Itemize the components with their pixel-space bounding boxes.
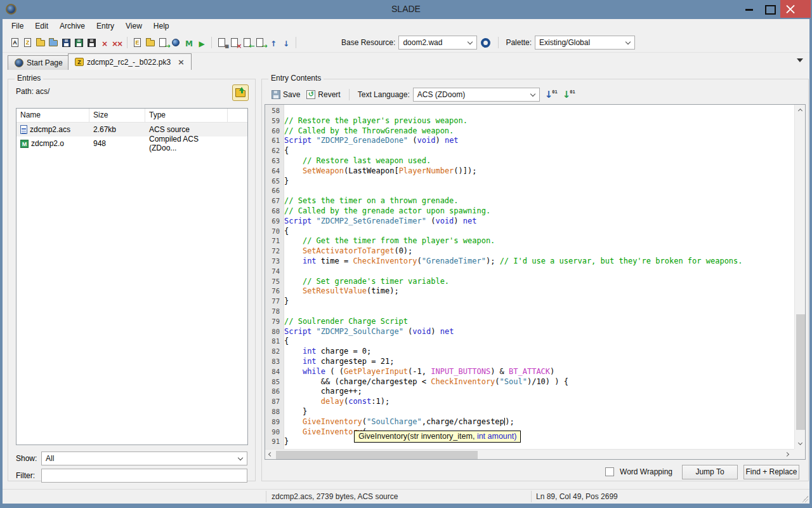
code-text[interactable]: Script "ZDCMP2_SoulCharge" (void) net bbox=[284, 327, 454, 337]
menu-item-view[interactable]: View bbox=[120, 20, 148, 32]
code-line[interactable]: 61Script "ZDCMP2_GrenadeDone" (void) net bbox=[265, 136, 794, 146]
menu-item-edit[interactable]: Edit bbox=[29, 20, 54, 32]
line-number[interactable]: 69 bbox=[265, 217, 284, 227]
code-text[interactable]: SetWeapon(LastWeapon[PlayerNumber()]); bbox=[284, 166, 476, 177]
line-number[interactable]: 84 bbox=[265, 367, 284, 377]
code-line[interactable]: 59// Restore the player's previous weapo… bbox=[265, 116, 794, 126]
code-line[interactable]: 75 // Set grenade's timer variable. bbox=[265, 277, 794, 287]
code-text[interactable]: } bbox=[284, 177, 289, 187]
minimize-button[interactable] bbox=[740, 0, 759, 18]
line-number[interactable]: 75 bbox=[265, 277, 284, 287]
folder-up-button[interactable] bbox=[232, 84, 249, 101]
line-number[interactable]: 78 bbox=[265, 307, 284, 317]
line-number[interactable]: 65 bbox=[265, 177, 284, 187]
line-number[interactable]: 81 bbox=[265, 337, 284, 347]
code-line[interactable]: 81{ bbox=[265, 337, 794, 347]
code-line[interactable]: 63 // Restore last weapon used. bbox=[265, 156, 794, 166]
horizontal-scroll-thumb[interactable] bbox=[276, 451, 478, 459]
code-text[interactable]: } bbox=[284, 297, 289, 307]
line-number[interactable]: 83 bbox=[265, 357, 284, 367]
show-select[interactable]: All bbox=[41, 451, 247, 465]
open-directory-icon[interactable] bbox=[48, 37, 59, 48]
code-text[interactable]: // Sets the timer on a thrown grenade. bbox=[284, 196, 459, 206]
code-text[interactable]: SetActivatorToTarget(0); bbox=[284, 246, 412, 257]
close-button[interactable] bbox=[780, 0, 811, 18]
code-text[interactable]: // Called by the ThrowGrenade weapon. bbox=[284, 126, 454, 137]
rename-entry-icon[interactable]: ▪ bbox=[217, 37, 228, 48]
line-number[interactable]: 67 bbox=[265, 196, 284, 206]
code-text[interactable]: // Get the timer from the player's weapo… bbox=[284, 236, 495, 246]
code-text[interactable]: // Set grenade's timer variable. bbox=[284, 277, 449, 287]
line-number[interactable]: 70 bbox=[265, 227, 284, 237]
code-text[interactable]: // Called by the grenade actor upon spaw… bbox=[284, 206, 490, 217]
find-replace-button[interactable]: Find + Replace bbox=[743, 465, 799, 479]
line-number[interactable]: 90 bbox=[265, 427, 284, 438]
code-text[interactable]: } bbox=[284, 407, 307, 417]
scroll-down-button[interactable] bbox=[795, 439, 806, 450]
code-line[interactable]: 70{ bbox=[265, 227, 794, 237]
close-all-archives-icon[interactable]: ×× bbox=[112, 37, 122, 48]
scroll-up-button[interactable] bbox=[795, 105, 806, 116]
save-button[interactable]: Save bbox=[268, 89, 303, 100]
column-header-type[interactable]: Type bbox=[145, 109, 228, 122]
column-header-size[interactable]: Size bbox=[89, 109, 145, 122]
new-archive-icon[interactable]: A bbox=[10, 37, 21, 48]
new-directory-icon[interactable] bbox=[145, 37, 156, 48]
code-line[interactable]: 76 SetResultValue(time); bbox=[265, 286, 794, 297]
code-line[interactable]: 77} bbox=[265, 297, 794, 307]
code-line[interactable]: 88 } bbox=[265, 407, 794, 417]
jump-to-button[interactable]: Jump To bbox=[682, 465, 738, 479]
line-number[interactable]: 85 bbox=[265, 377, 284, 387]
code-line[interactable]: 65} bbox=[265, 177, 794, 187]
move-down-icon[interactable]: ↓ bbox=[280, 37, 291, 48]
code-text[interactable]: charge++; bbox=[284, 387, 362, 397]
line-number[interactable]: 63 bbox=[265, 156, 284, 166]
code-line[interactable]: 64 SetWeapon(LastWeapon[PlayerNumber()])… bbox=[265, 166, 794, 177]
code-text[interactable]: { bbox=[284, 227, 289, 237]
delete-entry-icon[interactable]: × bbox=[230, 37, 240, 48]
code-text[interactable]: // Soulrender Charge Script bbox=[284, 317, 408, 327]
code-text[interactable]: int chargestep = 21; bbox=[284, 357, 394, 367]
code-text[interactable]: int charge = 0; bbox=[284, 347, 371, 357]
code-text[interactable]: // Restore the player's previous weapon. bbox=[284, 116, 468, 126]
vertical-scroll-thumb[interactable] bbox=[796, 314, 805, 430]
code-line[interactable]: 69Script "ZDCMP2_SetGrenadeTimer" (void)… bbox=[265, 217, 794, 227]
code-line[interactable]: 83 int chargestep = 21; bbox=[265, 357, 794, 367]
line-number[interactable]: 66 bbox=[265, 186, 284, 196]
code-text[interactable]: delay(const:1); bbox=[284, 397, 390, 407]
code-line[interactable]: 86 charge++; bbox=[265, 387, 794, 397]
line-number[interactable]: 86 bbox=[265, 387, 284, 397]
line-number[interactable]: 79 bbox=[265, 317, 284, 327]
map-editor-icon[interactable]: M bbox=[183, 37, 194, 48]
scroll-right-button[interactable] bbox=[783, 450, 794, 460]
line-number[interactable]: 88 bbox=[265, 407, 284, 417]
code-text[interactable]: Script "ZDCMP2_SetGrenadeTimer" (void) n… bbox=[284, 217, 476, 227]
entry-row-zdcmp2-o[interactable]: M zdcmp2.o 948 Compiled ACS (ZDoo... bbox=[16, 137, 247, 150]
line-number[interactable]: 74 bbox=[265, 267, 284, 277]
save-all-icon[interactable] bbox=[86, 37, 97, 48]
horizontal-scrollbar[interactable] bbox=[265, 449, 794, 459]
code-line[interactable]: 60// Called by the ThrowGrenade weapon. bbox=[265, 126, 794, 137]
code-line[interactable]: 62{ bbox=[265, 146, 794, 156]
code-text[interactable]: && (charge/chargestep < CheckInventory("… bbox=[284, 377, 568, 387]
numbered-list-blue-button[interactable]: ↓ 01 bbox=[545, 89, 558, 100]
line-number[interactable]: 73 bbox=[265, 257, 284, 267]
code-line[interactable]: 84 while ( (GetPlayerInput(-1, INPUT_BUT… bbox=[265, 367, 794, 377]
save-archive-as-icon[interactable] bbox=[74, 37, 84, 48]
code-text[interactable]: int time = CheckInventory("GrenadeTimer"… bbox=[284, 257, 743, 267]
code-line[interactable]: 66 bbox=[265, 186, 794, 196]
code-line[interactable]: 80Script "ZDCMP2_SoulCharge" (void) net bbox=[265, 327, 794, 337]
line-number[interactable]: 61 bbox=[265, 136, 284, 146]
text-language-select[interactable]: ACS (ZDoom) bbox=[413, 88, 540, 102]
code-line[interactable]: 58 bbox=[265, 106, 794, 116]
code-text[interactable]: { bbox=[284, 146, 289, 156]
line-number[interactable]: 62 bbox=[265, 146, 284, 156]
code-line[interactable]: 67// Sets the timer on a thrown grenade. bbox=[265, 196, 794, 206]
code-line[interactable]: 73 int time = CheckInventory("GrenadeTim… bbox=[265, 257, 794, 267]
move-up-icon[interactable]: ↑ bbox=[268, 37, 278, 48]
code-line[interactable]: 89 GiveInventory("SoulCharge",charge/cha… bbox=[265, 417, 794, 427]
line-number[interactable]: 89 bbox=[265, 417, 284, 427]
tab-start-page[interactable]: Start Page bbox=[8, 55, 70, 70]
tab-close-icon[interactable]: × bbox=[178, 57, 185, 67]
run-archive-icon[interactable]: ▶ bbox=[196, 37, 207, 48]
